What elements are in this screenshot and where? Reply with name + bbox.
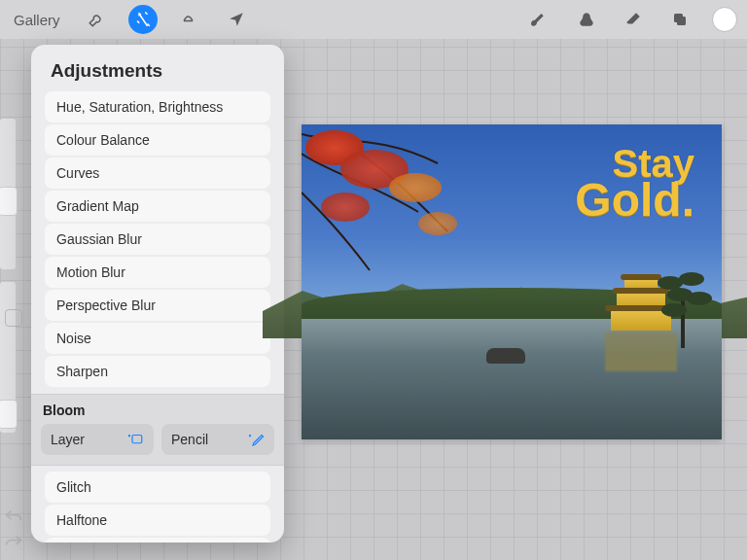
canvas-leaves	[321, 192, 370, 222]
adj-chromatic-aberration[interactable]: Chromatic Aberration	[45, 538, 270, 542]
transform-icon[interactable]	[222, 5, 251, 34]
brush-icon[interactable]	[525, 5, 554, 34]
slider-thumb[interactable]	[0, 187, 18, 216]
bloom-option-label: Pencil	[171, 432, 208, 447]
smudge-icon[interactable]	[572, 5, 601, 34]
adjustments-popover: Adjustments Hue, Saturation, Brightness …	[31, 45, 284, 542]
canvas-leaves	[418, 212, 457, 235]
canvas-pine	[654, 270, 712, 348]
bloom-option-label: Layer	[51, 432, 85, 447]
adj-hue-saturation-brightness[interactable]: Hue, Saturation, Brightness	[45, 91, 270, 122]
bloom-layer-button[interactable]: Layer	[41, 424, 154, 455]
adj-gaussian-blur[interactable]: Gaussian Blur	[45, 224, 270, 255]
canvas-artwork[interactable]: Stay Gold.	[302, 124, 722, 439]
svg-rect-2	[132, 436, 142, 443]
adj-colour-balance[interactable]: Colour Balance	[45, 124, 270, 156]
adjustments-list-top: Hue, Saturation, Brightness Colour Balan…	[39, 91, 276, 388]
layers-icon[interactable]	[665, 5, 694, 34]
canvas-leaves	[389, 173, 442, 202]
adj-curves[interactable]: Curves	[45, 158, 270, 189]
adj-perspective-blur[interactable]: Perspective Blur	[45, 290, 270, 321]
bloom-title: Bloom	[41, 401, 274, 424]
adjustments-icon[interactable]	[128, 5, 158, 34]
bloom-pencil-button[interactable]: Pencil	[161, 424, 274, 455]
adj-halftone[interactable]: Halftone	[45, 505, 270, 536]
adj-gradient-map[interactable]: Gradient Map	[45, 191, 270, 222]
color-swatch[interactable]	[712, 7, 737, 32]
brush-opacity-slider[interactable]	[0, 282, 16, 433]
pencil-apply-icon	[247, 433, 265, 446]
eraser-icon[interactable]	[619, 5, 648, 34]
canvas-rock	[486, 348, 525, 364]
adj-motion-blur[interactable]: Motion Blur	[45, 257, 270, 288]
bloom-section: Bloom Layer Pencil	[31, 394, 284, 466]
layer-apply-icon	[126, 433, 144, 446]
svg-rect-1	[677, 17, 686, 25]
modify-button[interactable]	[5, 309, 22, 327]
adj-sharpen[interactable]: Sharpen	[45, 356, 270, 387]
top-toolbar: Gallery	[0, 0, 747, 39]
canvas-text-line2: Gold.	[575, 179, 694, 221]
canvas-text: Stay Gold.	[575, 146, 694, 221]
selection-icon[interactable]	[175, 5, 204, 34]
adj-noise[interactable]: Noise	[45, 323, 270, 354]
brush-size-slider[interactable]	[0, 119, 16, 269]
adjustments-list-bottom: Glitch Halftone Chromatic Aberration Liq…	[39, 472, 276, 542]
slider-thumb[interactable]	[0, 400, 18, 429]
undo-icon[interactable]	[4, 508, 23, 523]
redo-icon[interactable]	[4, 533, 23, 548]
popover-title: Adjustments	[39, 54, 276, 91]
wrench-icon[interactable]	[82, 5, 111, 34]
adj-glitch[interactable]: Glitch	[45, 472, 270, 503]
gallery-button[interactable]: Gallery	[10, 12, 64, 28]
